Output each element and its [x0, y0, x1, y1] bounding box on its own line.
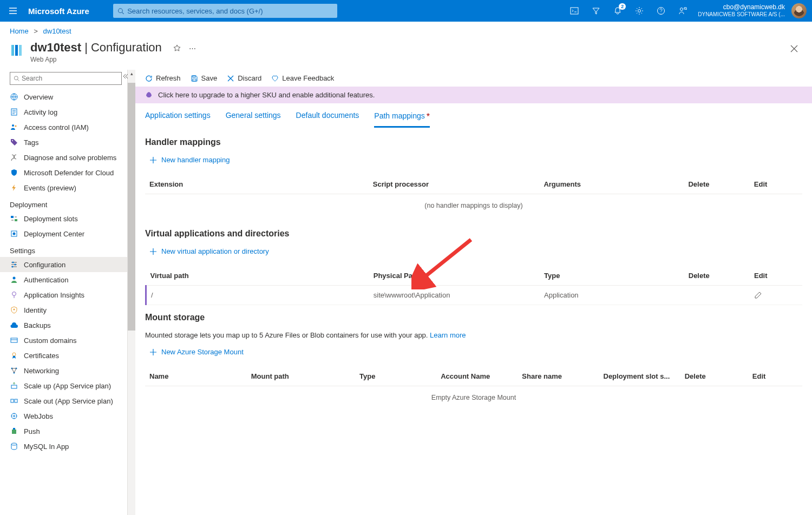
sidebar-item-overview[interactable]: Overview — [0, 89, 127, 104]
hamburger-menu[interactable] — [0, 0, 26, 22]
sidebar-item-mysql[interactable]: MySQL In App — [0, 439, 127, 454]
cell-virtual-path: / — [146, 286, 369, 305]
page-subtitle: Web App — [30, 56, 162, 63]
svg-point-20 — [12, 266, 14, 268]
settings-button[interactable] — [628, 0, 650, 22]
sidebar-item-defender[interactable]: Microsoft Defender for Cloud — [0, 165, 127, 180]
scroll-down-icon[interactable]: ▾ — [128, 512, 135, 515]
avatar[interactable] — [791, 3, 807, 18]
account-info[interactable]: cbo@dynamicweb.dk DYNAMICWEB SOFTWARE A/… — [693, 4, 791, 18]
tabs: Application settings General settings De… — [135, 103, 812, 128]
sidebar-search[interactable] — [10, 72, 122, 85]
sidebar-item-label: Networking — [24, 367, 59, 375]
sidebar-collapse-button[interactable] — [122, 73, 129, 80]
filter-icon — [592, 6, 600, 15]
sidebar-item-configuration[interactable]: Configuration — [0, 257, 127, 272]
tab-default-documents[interactable]: Default documents — [296, 111, 359, 128]
refresh-button[interactable]: Refresh — [145, 74, 181, 82]
tab-application-settings[interactable]: Application settings — [145, 111, 211, 128]
cell-type: Application — [540, 286, 684, 305]
sidebar-item-identity[interactable]: Identity — [0, 302, 127, 318]
help-icon — [657, 6, 665, 15]
sidebar-item-scale-out[interactable]: Scale out (App Service plan) — [0, 393, 127, 408]
sidebar-item-access-control[interactable]: Access control (IAM) — [0, 120, 127, 135]
sidebar-item-app-insights[interactable]: Application Insights — [0, 287, 127, 302]
title-section: Configuration — [91, 41, 162, 55]
domain-icon — [10, 336, 18, 345]
sidebar-item-certificates[interactable]: Certificates — [0, 348, 127, 363]
help-button[interactable] — [650, 0, 672, 22]
sidebar-search-input[interactable] — [22, 75, 118, 82]
col-account-name: Account Name — [436, 368, 518, 386]
shield-icon — [10, 168, 18, 177]
sidebar-item-activity-log[interactable]: Activity log — [0, 104, 127, 120]
search-icon — [14, 75, 19, 82]
empty-message: Empty Azure Storage Mount — [145, 386, 802, 410]
global-search[interactable] — [113, 4, 337, 18]
svg-rect-35 — [13, 428, 15, 430]
breadcrumb-home[interactable]: Home — [10, 27, 29, 35]
svg-rect-38 — [193, 79, 196, 81]
feedback-button[interactable]: Leave Feedback — [271, 74, 334, 82]
svg-rect-30 — [11, 399, 14, 402]
directories-button[interactable] — [585, 0, 607, 22]
backup-icon — [10, 321, 18, 329]
sidebar-item-backups[interactable]: Backups — [0, 318, 127, 333]
tab-path-mappings[interactable]: Path mappings* — [374, 111, 430, 128]
network-icon — [10, 366, 18, 375]
add-virtual-app-button[interactable]: New virtual application or directory — [145, 245, 269, 258]
handler-table: Extension Script processor Arguments Del… — [145, 176, 802, 217]
scrollbar-thumb[interactable] — [128, 83, 135, 331]
sidebar-item-events[interactable]: Events (preview) — [0, 180, 127, 195]
svg-point-25 — [12, 353, 16, 356]
push-icon — [10, 427, 18, 435]
title-separator: | — [84, 41, 88, 55]
discard-button[interactable]: Discard — [227, 74, 261, 82]
col-script-processor: Script processor — [369, 176, 540, 194]
feedback-button[interactable] — [672, 0, 693, 22]
cloud-shell-button[interactable] — [564, 0, 585, 22]
sidebar-item-push[interactable]: Push — [0, 424, 127, 439]
sidebar-group-deployment: Deployment — [0, 195, 127, 211]
mount-storage-table: Name Mount path Type Account Name Share … — [145, 368, 802, 409]
more-button[interactable]: ⋯ — [189, 44, 197, 52]
mount-storage-section: Mount storage — [135, 307, 812, 331]
edit-row-button[interactable] — [754, 292, 798, 299]
tab-general-settings[interactable]: General settings — [226, 111, 281, 128]
sidebar-item-tags[interactable]: Tags — [0, 135, 127, 150]
global-search-input[interactable] — [127, 7, 333, 15]
sidebar-item-deployment-slots[interactable]: Deployment slots — [0, 211, 127, 226]
save-button[interactable]: Save — [191, 74, 218, 82]
breadcrumb-current[interactable]: dw10test — [43, 27, 71, 35]
button-label: Leave Feedback — [282, 74, 334, 82]
sidebar-item-deployment-center[interactable]: Deployment Center — [0, 226, 127, 241]
learn-more-link[interactable]: Learn more — [430, 331, 466, 339]
sidebar-item-label: Tags — [24, 138, 38, 147]
lightning-icon — [10, 183, 18, 192]
notifications-button[interactable]: 2 — [607, 0, 628, 22]
svg-point-19 — [15, 264, 16, 266]
upgrade-banner[interactable]: Click here to upgrade to a higher SKU an… — [135, 87, 812, 103]
sidebar-item-scale-up[interactable]: Scale up (App Service plan) — [0, 378, 127, 393]
sidebar-item-authentication[interactable]: Authentication — [0, 272, 127, 287]
table-row[interactable]: / site\wwwroot\Application Application — [146, 286, 803, 305]
sidebar-item-diagnose[interactable]: Diagnose and solve problems — [0, 150, 127, 165]
scroll-up-icon[interactable]: ▴ — [128, 70, 135, 77]
sidebar-item-label: Activity log — [24, 108, 57, 116]
sidebar-item-webjobs[interactable]: WebJobs — [0, 408, 127, 424]
col-physical-path: Physical Path — [369, 267, 540, 286]
sidebar-item-networking[interactable]: Networking — [0, 363, 127, 378]
col-virtual-path: Virtual path — [146, 267, 369, 286]
button-label: New Azure Storage Mount — [161, 348, 244, 356]
add-handler-mapping-button[interactable]: New handler mapping — [145, 154, 230, 166]
sidebar-item-custom-domains[interactable]: Custom domains — [0, 333, 127, 348]
close-blade-button[interactable] — [786, 41, 802, 57]
sidebar-scrollbar[interactable]: ▴ ▾ — [127, 70, 135, 515]
rocket-icon — [145, 91, 153, 99]
add-storage-mount-button[interactable]: New Azure Storage Mount — [145, 346, 244, 358]
pin-button[interactable] — [173, 44, 181, 52]
account-email: cbo@dynamicweb.dk — [698, 4, 785, 11]
dirty-indicator-icon: * — [427, 112, 430, 121]
sidebar-item-label: Push — [24, 427, 40, 435]
brand-label[interactable]: Microsoft Azure — [28, 6, 89, 16]
